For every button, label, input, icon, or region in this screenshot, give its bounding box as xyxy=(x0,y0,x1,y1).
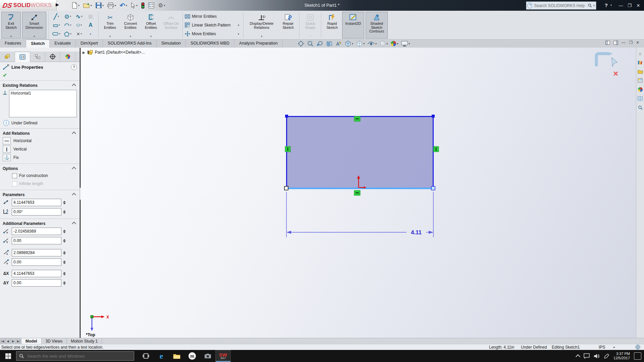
point-tool[interactable]: ▪ xyxy=(85,32,96,36)
relation-list-item[interactable]: Horizontal1 xyxy=(11,91,75,96)
relation-marker-horizontal-top[interactable] xyxy=(354,116,360,121)
vertex-bottom-left[interactable] xyxy=(284,186,288,190)
dropdown-caret-icon[interactable]: ▾ xyxy=(10,35,12,38)
open-button[interactable]: ▾ xyxy=(83,1,93,10)
zoom-area-button[interactable] xyxy=(307,41,314,47)
dropdown-caret-icon[interactable]: ▾ xyxy=(164,4,165,7)
status-units[interactable]: IPS xyxy=(599,345,605,350)
dimxpert-manager-tab[interactable] xyxy=(45,52,60,62)
dropdown-caret-icon[interactable]: ▾ xyxy=(58,15,59,18)
vertex-top-right[interactable] xyxy=(432,115,435,118)
file-explorer-icon[interactable] xyxy=(637,68,643,74)
mirror-entities-button[interactable]: Mirror Entities xyxy=(185,12,241,20)
convert-entities-button[interactable]: Convert Entities ▾ xyxy=(121,12,140,39)
linear-sketch-pattern-button[interactable]: Linear Sketch Pattern ▾ xyxy=(185,21,241,29)
help-button[interactable]: ? xyxy=(605,2,608,8)
feature-manager-tab[interactable] xyxy=(0,52,15,62)
tab-solidworks-add-ins[interactable]: SOLIDWORKS Add-Ins xyxy=(103,40,157,48)
shaded-sketch-contours-button[interactable]: Shaded Sketch Contours xyxy=(366,12,388,39)
taskbar-clock[interactable]: 3:37 PM 12/5/2017 xyxy=(613,352,630,360)
motion-study-tab[interactable]: Motion Study 1 xyxy=(67,338,102,344)
start-x-spinner[interactable] xyxy=(63,230,66,233)
length-input[interactable] xyxy=(12,199,61,206)
m-app-button[interactable]: m xyxy=(184,350,200,362)
camera-app-button[interactable] xyxy=(200,350,215,362)
end-y-input[interactable] xyxy=(12,258,61,266)
zoom-fit-button[interactable] xyxy=(298,41,304,47)
confirm-sketch-icon[interactable] xyxy=(594,52,621,71)
vertex-bottom-right[interactable] xyxy=(431,186,435,190)
end-x-spinner[interactable] xyxy=(63,251,66,255)
save-button[interactable]: ▾ xyxy=(95,1,104,10)
doc-close-button[interactable]: ✕ xyxy=(636,40,639,45)
3d-views-tab[interactable]: 3D Views xyxy=(42,338,67,344)
dropdown-caret-icon[interactable]: ▾ xyxy=(81,33,82,35)
dimension-value[interactable]: 4.11 xyxy=(411,229,422,236)
dropdown-caret-icon[interactable]: ▾ xyxy=(130,35,131,38)
collapse-chevron-icon[interactable] xyxy=(72,193,76,197)
property-manager-tab[interactable] xyxy=(15,52,30,62)
action-center-icon[interactable] xyxy=(584,353,590,359)
tab-dimxpert[interactable]: DimXpert xyxy=(76,40,103,48)
instant2d-button[interactable]: Instant2D xyxy=(342,12,364,39)
dropdown-caret-icon[interactable]: ▾ xyxy=(397,42,398,45)
tab-scroll-first-button[interactable]: |◀ xyxy=(0,338,5,344)
select-button[interactable]: ▾ xyxy=(130,1,138,10)
length-spinner[interactable] xyxy=(63,201,66,204)
taskbar-search-input[interactable] xyxy=(26,353,131,359)
dropdown-caret-icon[interactable]: ▾ xyxy=(409,42,410,45)
collapse-chevron-icon[interactable] xyxy=(72,222,76,226)
close-button[interactable]: ✕ xyxy=(634,3,643,8)
search-pane-icon[interactable] xyxy=(637,105,643,111)
text-tool[interactable]: A xyxy=(85,22,96,28)
dropdown-caret-icon[interactable]: ▾ xyxy=(115,4,116,7)
notification-panel-icon[interactable] xyxy=(634,352,641,360)
settings-button[interactable]: ⚙ ▾ xyxy=(157,1,166,10)
speaker-icon[interactable] xyxy=(594,354,600,359)
hide-show-items-button[interactable]: ▾ xyxy=(368,41,377,46)
split-pane-icon[interactable] xyxy=(605,41,610,45)
add-horizontal-relation-button[interactable]: — Horizontal xyxy=(0,136,79,145)
dropdown-caret-icon[interactable]: ▾ xyxy=(363,42,365,45)
dropdown-caret-icon[interactable]: ▾ xyxy=(70,33,71,35)
view-settings-button[interactable]: ▾ xyxy=(401,41,410,47)
arc-tool[interactable]: ◠▾ xyxy=(62,22,73,29)
tab-scroll-prev-button[interactable]: ◀ xyxy=(5,338,11,344)
undo-button[interactable]: ↶ ▾ xyxy=(119,1,128,10)
section-view-button[interactable] xyxy=(326,41,332,47)
relation-marker-vertical-left[interactable] xyxy=(285,146,290,152)
end-x-input[interactable] xyxy=(12,249,61,256)
new-document-button[interactable]: ▾ xyxy=(71,1,80,10)
delta-y-input[interactable] xyxy=(12,279,61,287)
rebuild-button[interactable] xyxy=(141,1,145,10)
sketch-face[interactable] xyxy=(286,116,434,188)
exit-sketch-button[interactable]: Exit Sketch ▾ xyxy=(1,12,21,39)
minimize-button[interactable]: — xyxy=(616,3,625,8)
apply-scene-button[interactable]: ▾ xyxy=(391,41,398,46)
circle-tool[interactable]: ⊙▾ xyxy=(62,13,73,20)
move-entities-button[interactable]: Move Entities ▾ xyxy=(185,30,241,38)
previous-view-button[interactable] xyxy=(317,41,323,47)
doc-minimize-button[interactable]: — xyxy=(622,40,626,45)
ellipse-tool[interactable]: ○▾ xyxy=(73,22,85,28)
solidworks-logo[interactable]: DS SOLIDWORKS xyxy=(0,0,57,11)
annotations-button[interactable]: A xyxy=(335,41,342,47)
dropdown-caret-icon[interactable]: ▾ xyxy=(70,15,71,18)
display-delete-relations-button[interactable]: Display/Delete Relations ▾ xyxy=(246,12,278,39)
display-style-button[interactable]: ▾ xyxy=(356,41,365,47)
collapse-chevron-icon[interactable] xyxy=(72,167,76,171)
angle-input[interactable] xyxy=(12,208,61,216)
dropdown-caret-icon[interactable]: ▾ xyxy=(593,4,595,7)
split-pane2-icon[interactable] xyxy=(613,41,618,45)
cancel-sketch-icon[interactable]: ✕ xyxy=(613,70,619,78)
task-view-button[interactable] xyxy=(138,350,154,362)
vertex-top-left[interactable] xyxy=(285,115,288,118)
dropdown-caret-icon[interactable]: ▾ xyxy=(91,4,92,7)
polygon-tool[interactable]: ▾ xyxy=(62,32,73,37)
dropdown-caret-icon[interactable]: ▾ xyxy=(59,33,60,35)
edit-appearance-button[interactable]: ▾ xyxy=(380,41,388,47)
model-tab[interactable]: Model xyxy=(21,338,42,344)
trim-entities-button[interactable]: ✂ Trim Entities ▾ xyxy=(101,12,119,39)
angle-spinner[interactable] xyxy=(63,210,66,214)
print-button[interactable]: ▾ xyxy=(107,1,117,10)
